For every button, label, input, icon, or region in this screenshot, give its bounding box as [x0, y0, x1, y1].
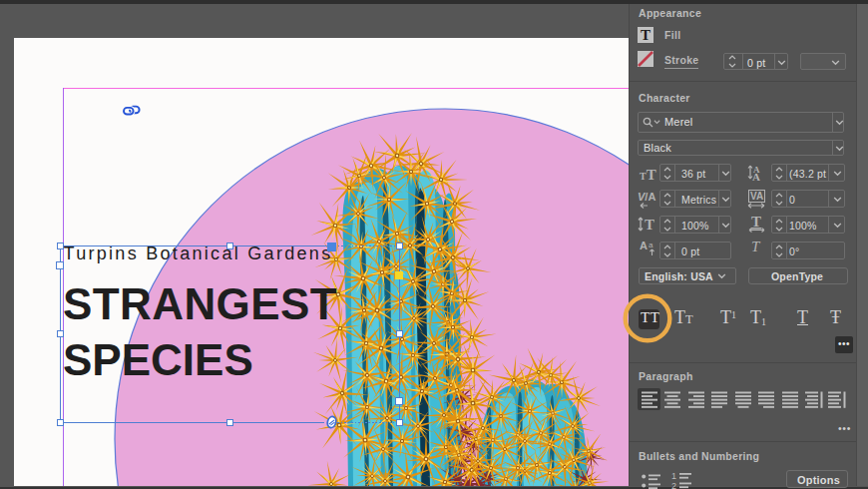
svg-text:T: T: [751, 215, 761, 230]
svg-text:2: 2: [671, 481, 676, 489]
svg-text:T: T: [645, 217, 654, 233]
svg-text:a: a: [649, 241, 653, 249]
svg-text:A: A: [752, 171, 760, 182]
